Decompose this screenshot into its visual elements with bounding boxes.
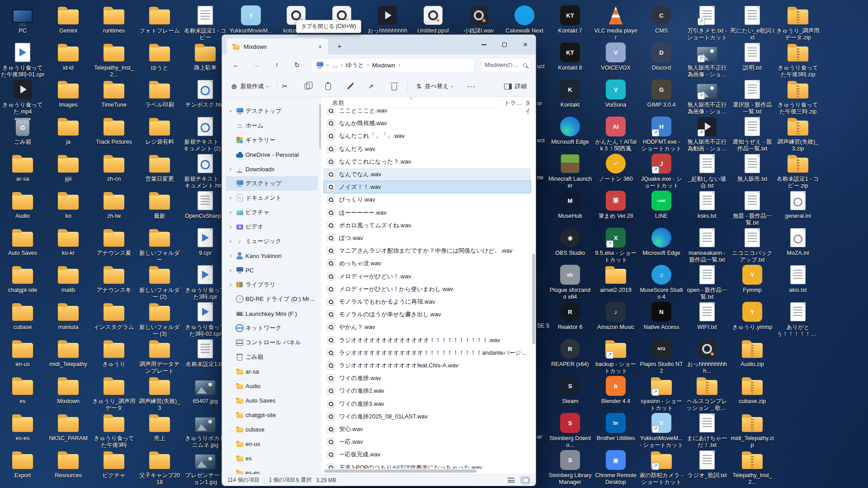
refresh-button[interactable]	[288, 57, 306, 73]
desktop-icon[interactable]: Microsoft Edge	[639, 227, 684, 257]
details-pane-button[interactable]: 詳細	[500, 79, 531, 94]
scrollbar-thumb[interactable]	[532, 254, 535, 344]
desktop-icon[interactable]: bBlender 4.4	[593, 375, 638, 405]
file-row[interactable]: ほーーーーー.wav	[323, 206, 531, 219]
desktop-icon[interactable]: 9.cpr	[183, 227, 228, 257]
desktop-icon[interactable]: レジ袋有料	[137, 116, 182, 145]
chevron-down-icon[interactable]	[227, 108, 234, 114]
desktop-icon[interactable]: YYukkuriMovieM... - ショートカット	[639, 412, 684, 449]
desktop-icon[interactable]: KTKontakt 8	[547, 42, 593, 71]
desktop-icon[interactable]: X9.5.xlsx - ショートカット	[593, 227, 638, 263]
desktop-icon[interactable]: 営業日変更	[137, 153, 182, 183]
desktop-icon[interactable]: ♪Amazon Music	[593, 301, 638, 331]
desktop-icon[interactable]: VVOICEVOX	[593, 42, 638, 71]
sidebar-item[interactable]: デスクトップ	[226, 104, 318, 118]
new-button[interactable]: 新規作成	[226, 79, 273, 94]
breadcrumb-item-yuto[interactable]: ゆうと	[346, 61, 364, 69]
desktop-icon[interactable]: きゅうり食ってた3時-02.cpr	[183, 301, 228, 338]
desktop-icon[interactable]: きゅうり食ってた午後3時	[91, 412, 137, 449]
search-box[interactable]: Mixdownの検索	[481, 58, 531, 72]
desktop-icon[interactable]: 調声用データテンプレート	[137, 338, 182, 375]
desktop-icon[interactable]: ko-kr	[46, 227, 91, 257]
desktop-icon[interactable]: general.ini	[775, 190, 821, 220]
desktop-icon[interactable]: MoZA.ini	[775, 227, 821, 257]
desktop-icon[interactable]: Export	[0, 449, 45, 479]
vertical-scrollbar[interactable]	[532, 109, 535, 468]
desktop-icon[interactable]: CCMS	[639, 5, 684, 34]
desktop-icon[interactable]: きゅうり食ってた3時.cpr	[183, 264, 228, 300]
horizontal-scrollbar[interactable]	[323, 469, 530, 473]
desktop-icon[interactable]: 小銭諸l.wav	[456, 5, 501, 34]
desktop-icon[interactable]: NT2Piapro Studio NT2	[639, 338, 684, 375]
desktop-icon[interactable]: maniseakarin - 親作品一覧.txt	[684, 227, 730, 263]
desktop-icon[interactable]: zh-cn	[91, 153, 137, 183]
desktop-icon[interactable]: cubase	[0, 301, 45, 331]
file-row[interactable]: ラジオオオオオオオオオオオオオ！！！！！！！！！！.wav	[323, 334, 531, 347]
desktop-icon[interactable]: 新しいフォルダー (2)	[137, 264, 182, 300]
desktop-icon[interactable]: 無題 - 親作品一覧.txt	[730, 190, 775, 226]
desktop-icon[interactable]: malib	[46, 264, 91, 294]
desktop-icon[interactable]: Minecraft Launcher	[547, 153, 593, 189]
desktop-icon[interactable]: 説明.txt	[730, 42, 775, 71]
desktop-icon[interactable]: 新規テキスト ドキュメント.html	[183, 153, 228, 189]
desktop-icon[interactable]: KTKontakt 7	[547, 5, 593, 34]
desktop-icon[interactable]: AIかんたん！AITalk３！関西風	[593, 116, 638, 152]
desktop-icon[interactable]: まにあけちゃーだ！.txt	[684, 412, 730, 449]
desktop-icon[interactable]: chatgpt-site	[0, 264, 45, 294]
column-divider[interactable]	[522, 99, 523, 107]
chevron-right-icon[interactable]	[227, 253, 234, 259]
file-row[interactable]: びっくり.wav	[323, 193, 531, 206]
desktop-icon[interactable]: Yきゅうり.ymmp	[730, 301, 775, 331]
file-row[interactable]: ラジオオオオオオオオオオオオ！！！！！！！！！！andanteバージョン.wav	[323, 347, 531, 359]
maximize-button[interactable]	[494, 35, 515, 55]
desktop-icon[interactable]: 無人販売不正行為画像 - ショートカッ...	[684, 42, 730, 78]
forward-button[interactable]	[248, 57, 265, 73]
file-row[interactable]: 安心.wav	[323, 423, 531, 436]
close-button[interactable]	[515, 35, 536, 55]
desktop-icon[interactable]: RReaktor 6	[547, 301, 593, 331]
sort-button[interactable]: 並べ替え	[412, 79, 458, 94]
desktop-icon[interactable]: おっhhhhhhhhhh...	[684, 338, 730, 375]
copy-button[interactable]	[298, 79, 316, 94]
file-row[interactable]: ワイの進捗2.wav	[323, 385, 531, 397]
desktop-icon[interactable]: OpenCvSharp...	[183, 190, 228, 220]
column-divider[interactable]	[501, 99, 502, 107]
file-row[interactable]: モノラルでもわかるように再現.wav	[323, 296, 531, 308]
desktop-icon[interactable]: 万引きメモ.txt - ショートカット	[684, 5, 730, 41]
desktop-icon[interactable]: 新しいフォルダー (3)	[137, 301, 182, 338]
paste-button[interactable]	[320, 79, 337, 94]
sidebar-item[interactable]: Downloads	[226, 162, 318, 176]
breadcrumb[interactable]: … ゆうと Mixdown	[311, 58, 475, 72]
desktop-icon[interactable]: HHDDFMT.exe - ショートカット	[639, 116, 684, 152]
sidebar-item[interactable]: PC	[226, 263, 318, 277]
desktop-icon[interactable]: KKontakt	[547, 79, 593, 108]
desktop-icon[interactable]: ar-sa	[0, 153, 45, 183]
desktop-icon[interactable]: 無人販売不正行為動画 - ショートカット	[684, 116, 730, 152]
chevron-right-icon[interactable]	[227, 267, 234, 273]
desktop-icon[interactable]: Telepathy_Inst_2...	[91, 42, 137, 78]
titlebar[interactable]: Mixdown	[222, 35, 536, 55]
desktop-icon[interactable]: es	[0, 375, 45, 405]
desktop-icon[interactable]: Track Pictures	[91, 116, 137, 145]
sidebar-item[interactable]: コントロール パネル	[226, 335, 318, 350]
file-row[interactable]: なんでなん.wav	[323, 168, 531, 181]
desktop-icon[interactable]: midi_Telepathy.zip	[730, 412, 775, 449]
desktop-icon[interactable]: NNative Access	[639, 301, 684, 331]
name-column-header[interactable]: 名前	[332, 99, 344, 107]
desktop-icon[interactable]: 筆筆まめ Ver.28	[593, 190, 638, 220]
sidebar-item[interactable]: Auto Saves	[226, 393, 318, 408]
desktop-icon[interactable]: ニコニコバックアップ.txt	[730, 227, 775, 263]
desktop-icon[interactable]: ✓ノートン 360	[593, 153, 638, 183]
file-row[interactable]: マニアさんラジオ配信まだですか？中身には関係ないけど。.wav	[323, 244, 531, 257]
file-row[interactable]: なんでこれになった？.wav	[323, 155, 531, 168]
file-row[interactable]: ワイの進捗.wav	[323, 372, 531, 385]
chevron-right-icon[interactable]	[227, 166, 234, 172]
desktop-icon[interactable]: midi_Telepathy	[46, 338, 91, 368]
breadcrumb-item-mixdown[interactable]: Mixdown	[372, 62, 395, 69]
tab-close-icon[interactable]	[316, 42, 325, 51]
desktop-icon[interactable]: 最新	[137, 190, 182, 220]
breadcrumb-ellipsis[interactable]: …	[332, 62, 338, 69]
desktop-icon[interactable]: Gemini	[46, 5, 91, 34]
desktop-icon[interactable]: Images	[46, 79, 91, 108]
file-row[interactable]: なんだこれ「」「」.wav	[323, 130, 531, 142]
